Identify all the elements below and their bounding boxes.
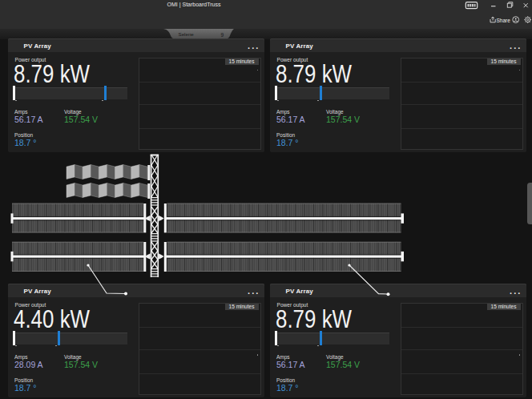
svg-text:Selene: Selene — [179, 31, 195, 37]
svg-text:9: 9 — [221, 32, 224, 38]
